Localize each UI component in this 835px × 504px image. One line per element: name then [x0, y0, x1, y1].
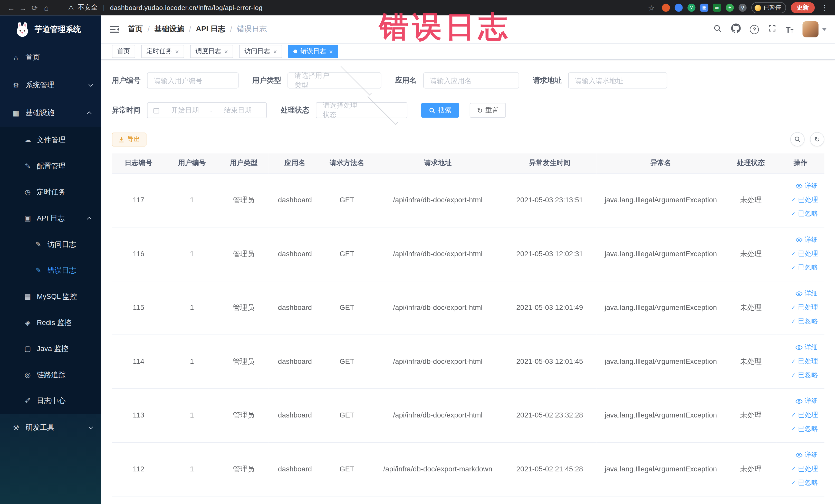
breadcrumb-item[interactable]: API 日志 [196, 24, 225, 34]
sidebar-item-file[interactable]: ☁ 文件管理 [0, 127, 101, 153]
sidebar-item-job[interactable]: ◷ 定时任务 [0, 179, 101, 205]
cell-user-type: 管理员 [219, 173, 268, 227]
request-url-input[interactable] [568, 73, 667, 88]
breadcrumb-item[interactable]: 首页 [128, 24, 143, 34]
github-icon[interactable] [731, 23, 741, 35]
reset-button[interactable]: ↻ 重置 [470, 103, 506, 118]
sidebar-item-redis[interactable]: ◈ Redis 监控 [0, 309, 101, 336]
process-link[interactable]: ✓已处理 [780, 408, 818, 422]
cell-request-url: /api/infra/db-doc/export-markdown [373, 442, 503, 496]
reload-icon[interactable]: ⟳ [29, 2, 41, 14]
detail-link[interactable]: 详细 [780, 448, 818, 462]
fullscreen-icon[interactable] [768, 24, 776, 35]
process-link[interactable]: ✓已处理 [780, 355, 818, 368]
sidebar-item-config[interactable]: ✎ 配置管理 [0, 153, 101, 179]
ignore-link[interactable]: ✓已忽略 [780, 315, 818, 328]
sidebar-item-api-log[interactable]: ▣ API 日志 [0, 205, 101, 231]
sidebar-item-log-center[interactable]: ✐ 日志中心 [0, 388, 101, 414]
sidebar-item-label: 文件管理 [37, 135, 65, 144]
sidebar-item-access-log[interactable]: ✎ 访问日志 [0, 231, 101, 257]
ignore-link[interactable]: ✓已忽略 [780, 368, 818, 382]
breadcrumb-item[interactable]: 基础设施 [154, 24, 184, 34]
paused-badge[interactable]: 已暂停 [751, 2, 786, 13]
close-icon[interactable]: × [224, 48, 228, 55]
action-label: 已忽略 [798, 478, 818, 487]
process-link[interactable]: ✓已处理 [780, 301, 818, 315]
search-button[interactable]: 搜索 [421, 103, 459, 118]
sidebar-item-system[interactable]: ⚙ 系统管理 [0, 72, 101, 99]
col-actions: 操作 [776, 153, 824, 173]
help-icon[interactable]: ? [750, 25, 759, 34]
detail-link[interactable]: 详细 [780, 179, 818, 193]
close-icon[interactable]: × [175, 48, 179, 55]
ignore-link[interactable]: ✓已忽略 [780, 476, 818, 490]
refresh-icon: ↻ [814, 135, 820, 143]
extension-icon-2[interactable] [675, 4, 683, 12]
user-type-select[interactable]: 请选择用户类型 [287, 73, 381, 88]
extension-icon-5[interactable]: on [713, 4, 721, 12]
filter-label: 处理状态 [281, 105, 309, 115]
browser-menu-icon[interactable]: ⋮ [820, 4, 830, 12]
toggle-search-button[interactable] [790, 132, 805, 147]
home-nav-icon[interactable]: ⌂ [41, 2, 53, 14]
ignore-link[interactable]: ✓已忽略 [780, 261, 818, 275]
col-status: 处理状态 [726, 153, 777, 173]
font-size-icon[interactable]: TT [786, 25, 793, 34]
app-logo-row[interactable]: 芋道管理系统 [0, 15, 101, 44]
cell-status: 未处理 [726, 388, 777, 442]
process-link[interactable]: ✓已处理 [780, 247, 818, 261]
process-link[interactable]: ✓已处理 [780, 193, 818, 207]
ignore-link[interactable]: ✓已忽略 [780, 422, 818, 436]
user-id-input[interactable] [147, 73, 239, 88]
cell-app-name: dashboard [268, 173, 321, 227]
ignore-link[interactable]: ✓已忽略 [780, 207, 818, 221]
extension-icon-3[interactable]: V [687, 4, 695, 12]
check-icon: ✓ [791, 358, 796, 365]
bookmark-star-icon[interactable]: ☆ [645, 2, 657, 14]
detail-link[interactable]: 详细 [780, 395, 818, 408]
sidebar-item-trace[interactable]: ◎ 链路追踪 [0, 362, 101, 388]
detail-link[interactable]: 详细 [780, 287, 818, 301]
sidebar-item-devtools[interactable]: ⚒ 研发工具 [0, 414, 101, 442]
tab-job-log[interactable]: 调度日志 × [190, 45, 233, 58]
tab-error-log[interactable]: 错误日志 × [288, 45, 338, 58]
status-select[interactable]: 请选择处理状态 [316, 102, 407, 118]
refresh-table-button[interactable]: ↻ [810, 132, 824, 147]
chevron-up-icon [87, 217, 91, 221]
process-link[interactable]: ✓已处理 [780, 462, 818, 476]
tab-home[interactable]: 首页 [112, 45, 135, 58]
detail-link[interactable]: 详细 [780, 341, 818, 355]
back-icon[interactable]: ← [5, 2, 17, 14]
export-button[interactable]: 导出 [112, 133, 147, 146]
sidebar-item-infra[interactable]: ▦ 基础设施 [0, 99, 101, 127]
sidebar-toggle-icon[interactable] [109, 25, 119, 34]
address-bar[interactable]: ⚠ 不安全 | dashboard.yudao.iocoder.cn/infra… [68, 3, 263, 12]
sidebar-item-error-log[interactable]: ✎ 错误日志 [0, 257, 101, 283]
tab-label: 调度日志 [195, 47, 221, 56]
search-icon[interactable] [713, 24, 722, 35]
extension-icon-4[interactable]: ▦ [700, 4, 708, 12]
close-icon[interactable]: × [273, 48, 277, 55]
date-range-picker[interactable]: 开始日期 - 结束日期 [147, 102, 267, 118]
user-menu[interactable] [802, 21, 826, 37]
filter-label: 异常时间 [112, 105, 141, 115]
check-icon: ✓ [791, 412, 796, 419]
cell-exception-name: java.lang.IllegalArgumentException [596, 173, 725, 227]
detail-link[interactable]: 详细 [780, 233, 818, 247]
tab-access-log[interactable]: 访问日志 × [239, 45, 282, 58]
sidebar-item-home[interactable]: ⌂ 首页 [0, 44, 101, 72]
sidebar-item-mysql[interactable]: ▤ MySQL 监控 [0, 283, 101, 310]
cell-exception-time: 2021-05-03 12:01:49 [503, 281, 596, 335]
extension-icon-6[interactable]: ✦ [726, 4, 734, 12]
app-name-input[interactable] [423, 73, 519, 88]
sidebar-item-label: 研发工具 [26, 423, 55, 432]
close-icon[interactable]: × [329, 48, 333, 55]
sidebar-item-java[interactable]: ▢ Java 监控 [0, 336, 101, 362]
extensions-puzzle-icon[interactable]: ⚲ [738, 4, 747, 12]
tab-job[interactable]: 定时任务 × [141, 45, 184, 58]
update-button[interactable]: 更新 [791, 2, 815, 13]
check-icon: ✓ [791, 197, 796, 204]
forward-icon[interactable]: → [17, 2, 29, 14]
extension-icon-1[interactable] [662, 4, 670, 12]
eye-icon [795, 451, 802, 459]
